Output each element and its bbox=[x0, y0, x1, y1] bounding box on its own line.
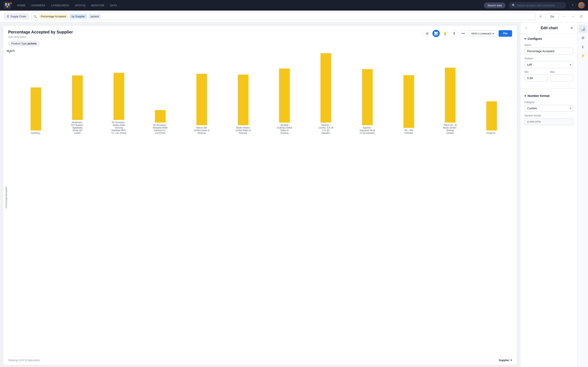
search-pill-container[interactable]: 🔍 Percentage Accepted by Supplier jacket… bbox=[31, 13, 536, 20]
info-icon-button[interactable]: ℹ bbox=[579, 43, 587, 51]
chart-title-block: Percentage Accepted by Supplier Add desc… bbox=[8, 30, 73, 38]
bar[interactable] bbox=[320, 53, 331, 123]
search-bar-row: ☰ Supply Chain 🔍 Percentage Accepted by … bbox=[0, 11, 588, 22]
search-data-button[interactable]: Search data bbox=[484, 2, 506, 8]
bar-label: TAL - TAV (Vietnam) bbox=[401, 129, 416, 134]
svg-rect-9 bbox=[9, 6, 9, 7]
logo-wrapper bbox=[3, 1, 13, 9]
bar[interactable] bbox=[238, 75, 249, 125]
bar[interactable] bbox=[196, 74, 207, 125]
search-pill-jackets[interactable]: jackets bbox=[89, 14, 101, 19]
share-button[interactable]: ⬆ bbox=[450, 30, 458, 37]
top-navigation: HOME ANSWERS LIVEBOARDS SPOTIQ MONITOR D… bbox=[0, 0, 588, 11]
main-content: Percentage Accepted by Supplier Add desc… bbox=[0, 22, 588, 367]
position-select[interactable]: Left Right bbox=[525, 61, 573, 68]
filter-prefix: Product Type bbox=[11, 42, 27, 45]
bar[interactable] bbox=[72, 75, 83, 120]
nav-answers[interactable]: ANSWERS bbox=[29, 3, 48, 8]
avatar[interactable]: 👤 bbox=[578, 2, 585, 8]
x-axis-label: Supplier bbox=[499, 359, 509, 362]
category-select[interactable]: Auto Custom Number Percentage Currency bbox=[525, 105, 573, 112]
configure-section-header[interactable]: ▾ Configure bbox=[520, 34, 577, 42]
global-search-input[interactable] bbox=[517, 4, 563, 7]
svg-rect-2 bbox=[5, 4, 7, 5]
bar-group: Novalink (Cutting) (United States of Ame… bbox=[264, 53, 305, 134]
chevron-down-icon: ▾ bbox=[493, 32, 494, 35]
svg-rect-8 bbox=[5, 6, 6, 7]
chevron-down-icon: ▾ bbox=[525, 94, 526, 98]
settings-icon-button[interactable]: ⚙ bbox=[579, 34, 587, 42]
min-input[interactable] bbox=[525, 75, 548, 82]
chart-config-icon-button[interactable]: 📊 bbox=[579, 25, 587, 33]
bar[interactable] bbox=[445, 68, 456, 123]
nav-liveboards[interactable]: LIVEBOARDS bbox=[49, 3, 71, 8]
bar[interactable] bbox=[362, 69, 373, 125]
datasource-badge[interactable]: ☰ Supply Chain bbox=[4, 13, 29, 19]
help-button[interactable]: ? bbox=[569, 2, 576, 8]
datasource-label: Supply Chain bbox=[10, 15, 26, 18]
bar[interactable] bbox=[31, 87, 41, 131]
expand-icon[interactable]: ▶ bbox=[9, 50, 11, 53]
bar-group: Supertex - Lourdes, S.A. de C.V. (El Sal… bbox=[305, 53, 346, 134]
number-format-section-header[interactable]: ▾ Number format bbox=[520, 91, 577, 99]
number-format-input[interactable] bbox=[525, 118, 573, 125]
chart-view-button[interactable]: 📊 bbox=[432, 30, 440, 37]
main-nav: HOME ANSWERS LIVEBOARDS SPOTIQ MONITOR D… bbox=[15, 3, 481, 8]
back-arrow-button[interactable]: ← bbox=[561, 13, 567, 19]
nav-spotiq[interactable]: SPOTIQ bbox=[72, 3, 88, 8]
chart-footer: Showing 12 of 12 data points Supplier ▾ bbox=[3, 356, 517, 365]
x-axis-filter-icon: ▾ bbox=[511, 359, 512, 362]
bar-group: TAL - TAV (Vietnam) bbox=[388, 53, 429, 134]
configure-section-content: Name Position Left Right ▾ Min Max bbox=[520, 42, 577, 87]
chart-description[interactable]: Add description bbox=[8, 35, 73, 38]
bar[interactable] bbox=[486, 101, 497, 131]
lightning-icon-button[interactable]: ⚡ bbox=[579, 52, 587, 60]
nav-data[interactable]: DATA bbox=[108, 3, 120, 8]
y-axis-label-area: Percentage Accepted bbox=[3, 49, 9, 347]
liveboard-dropdown[interactable]: MVA's Liveboard ▾ bbox=[468, 30, 497, 37]
search-pill-percentage[interactable]: Percentage Accepted bbox=[39, 14, 68, 19]
min-col: Min bbox=[525, 71, 548, 82]
svg-point-7 bbox=[7, 6, 8, 8]
svg-rect-5 bbox=[8, 4, 9, 5]
panel-title: Edit chart bbox=[541, 26, 558, 30]
more-options-button[interactable]: ••• bbox=[459, 30, 467, 37]
topnav-icons: ? 👤 bbox=[569, 2, 585, 8]
filter-row: Product Type jackets bbox=[3, 41, 517, 49]
go-button[interactable]: Go bbox=[545, 13, 559, 20]
bar-label: Novalink (Cutting) (United States of Ame… bbox=[277, 124, 292, 134]
table-view-button[interactable]: ⊞ bbox=[424, 30, 431, 37]
bar[interactable] bbox=[155, 110, 165, 123]
max-input[interactable] bbox=[550, 75, 573, 82]
bar[interactable] bbox=[113, 73, 124, 120]
max-col: Max bbox=[550, 71, 573, 82]
search-icon-sm: 🔍 bbox=[34, 15, 37, 18]
bar-label: Supertex - Lourdes, S.A. de C.V. (El Sal… bbox=[318, 124, 334, 134]
global-search-bar[interactable]: 🔍 bbox=[509, 2, 566, 8]
x-axis-filter[interactable]: Supplier ▾ bbox=[499, 359, 512, 362]
position-select-wrapper: Left Right ▾ bbox=[525, 61, 573, 68]
refresh-button[interactable]: ↺ bbox=[579, 13, 584, 20]
search-pill-supplier[interactable]: by Supplier bbox=[70, 14, 87, 19]
clear-search-button[interactable]: ✕ bbox=[538, 14, 543, 19]
chart-area: Percentage Accepted by Supplier Add desc… bbox=[3, 26, 517, 365]
forward-arrow-button[interactable]: → bbox=[570, 13, 576, 19]
filter-tag[interactable]: Product Type jackets bbox=[8, 41, 40, 46]
chevron-down-icon: ▾ bbox=[525, 37, 526, 40]
nav-monitor[interactable]: MONITOR bbox=[89, 3, 107, 8]
bar-group: Supertex - Superprint SA de CV (El Salva… bbox=[347, 53, 388, 134]
insights-button[interactable]: 💡 bbox=[441, 30, 449, 37]
pin-button[interactable]: Pin bbox=[499, 30, 512, 37]
nav-home[interactable]: HOME bbox=[15, 3, 28, 8]
panel-close-button[interactable]: ✕ bbox=[570, 26, 573, 30]
bars-wrapper: Chenfeng...Hirdarmani - CKT Apparel - Ag… bbox=[16, 53, 512, 134]
name-input[interactable] bbox=[525, 48, 573, 55]
panel-back-button[interactable]: ← bbox=[525, 26, 528, 30]
bar[interactable] bbox=[279, 68, 290, 123]
bar-label: Tefron Ltd. - Al Hanan (Jordan - Sewing)… bbox=[442, 124, 458, 134]
panel-header: ← Edit chart ✕ bbox=[520, 22, 577, 34]
bar-label: Hirdarmani - CKT Apparel - Agalawatta (K… bbox=[70, 121, 85, 134]
bar[interactable] bbox=[403, 75, 414, 128]
app-logo[interactable] bbox=[3, 1, 11, 9]
filter-value: jackets bbox=[27, 42, 36, 45]
